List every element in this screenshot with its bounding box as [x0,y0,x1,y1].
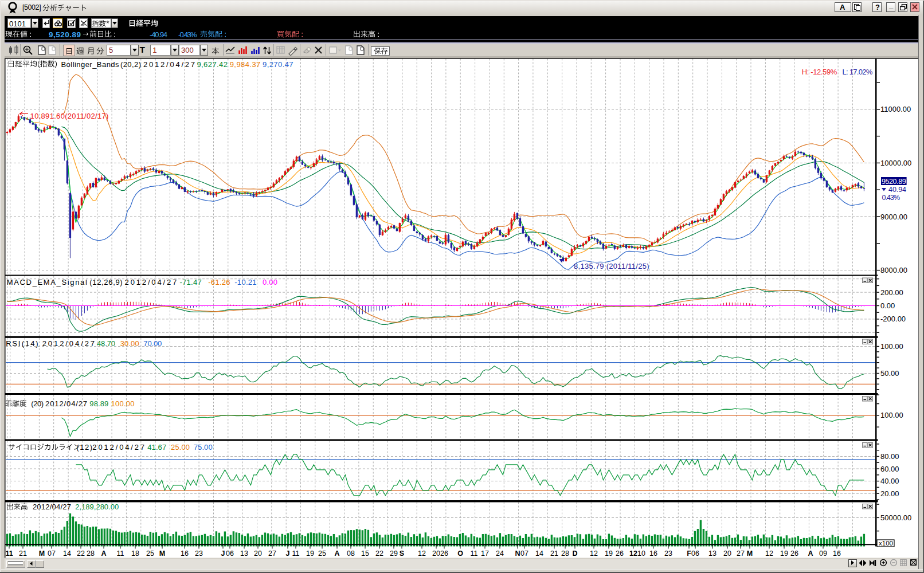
svg-text:48.70: 48.70 [97,339,115,348]
svg-text:12: 12 [629,550,637,558]
svg-text:11: 11 [292,550,300,558]
svg-text:8000.00: 8000.00 [880,266,907,274]
svg-text:14: 14 [63,550,71,558]
svg-text:26: 26 [440,550,448,558]
svg-text:98.89: 98.89 [89,399,108,408]
svg-text:20: 20 [723,550,731,558]
svg-text:06: 06 [226,550,234,558]
svg-text:23: 23 [664,550,672,558]
svg-text:28: 28 [87,550,95,558]
svg-text:26: 26 [790,550,798,558]
svg-text:41.67: 41.67 [147,443,166,452]
svg-text:10000.00: 10000.00 [880,159,911,167]
svg-text:MACD_EMA_Signal: MACD_EMA_Signal [7,278,87,286]
svg-text:2,189,280.00: 2,189,280.00 [75,503,119,511]
svg-text:M: M [39,550,45,558]
svg-text:25.00: 25.00 [171,443,190,452]
svg-text:N: N [515,550,520,558]
svg-text:50000.00: 50000.00 [880,513,911,522]
svg-text:100.00: 100.00 [880,411,903,419]
svg-text:18: 18 [131,550,139,558]
svg-text:100.00: 100.00 [880,342,903,351]
svg-text:(20): (20) [31,399,44,408]
svg-text:S: S [400,550,404,558]
svg-text:29: 29 [390,550,398,558]
svg-text:16: 16 [181,550,189,558]
svg-text:21: 21 [19,550,27,558]
svg-text:10,891.60(2011/02/17): 10,891.60(2011/02/17) [30,112,109,120]
svg-text:J: J [286,550,290,558]
svg-text:12: 12 [765,550,773,558]
svg-text:07: 07 [520,550,528,558]
svg-text:A: A [334,550,339,558]
svg-text:F: F [687,550,691,558]
svg-text:12: 12 [418,550,426,558]
svg-text:19: 19 [605,550,613,558]
svg-text:30.00: 30.00 [120,339,139,348]
svg-text:0.43%: 0.43% [882,194,900,202]
svg-text:H: -12.59%: H: -12.59% [802,68,837,76]
svg-text:75.00: 75.00 [194,443,213,452]
svg-text:23: 23 [195,550,203,558]
svg-text:x100: x100 [879,540,893,547]
svg-text:L: 17.02%: L: 17.02% [842,68,872,76]
svg-text:J: J [221,550,225,558]
svg-text:08: 08 [347,550,355,558]
svg-text:21: 21 [550,550,558,558]
svg-text:50.00: 50.00 [880,369,899,378]
svg-text:0.00: 0.00 [263,278,277,286]
svg-text:22: 22 [375,550,383,558]
svg-text:-71.47: -71.47 [179,278,201,286]
svg-text:9520.89: 9520.89 [882,178,906,186]
svg-text:80.00: 80.00 [880,452,899,461]
svg-text:0.00: 0.00 [880,301,895,310]
svg-text:60.00: 60.00 [880,465,899,473]
svg-text:13: 13 [708,550,717,558]
svg-text:9000.00: 9000.00 [880,213,907,221]
svg-text:9,270.47: 9,270.47 [263,60,293,69]
svg-text:27: 27 [737,550,745,558]
svg-text:A: A [808,550,813,558]
svg-text:2012/04/27: 2012/04/27 [33,503,71,511]
svg-text:-61.26: -61.26 [208,278,230,286]
svg-text:O: O [457,550,463,558]
svg-text:25: 25 [318,550,326,558]
svg-text:20: 20 [432,550,440,558]
svg-text:11: 11 [5,550,13,558]
svg-text:14: 14 [535,550,543,558]
svg-text:11000.00: 11000.00 [880,105,911,113]
svg-text:-200.00: -200.00 [880,315,906,323]
svg-text:13: 13 [240,550,248,558]
svg-text:19: 19 [780,550,788,558]
svg-text:9,984.37: 9,984.37 [230,60,261,69]
svg-text:09: 09 [819,550,827,558]
svg-text:26: 26 [616,550,624,558]
svg-text:M: M [159,550,165,558]
svg-text:15: 15 [361,550,369,558]
svg-text:100.00: 100.00 [111,399,134,408]
svg-text:22: 22 [77,550,85,558]
svg-text:25: 25 [146,550,154,558]
svg-text:07: 07 [48,550,56,558]
svg-text:2012/04/27: 2012/04/27 [45,399,87,408]
svg-text:20: 20 [254,550,262,558]
svg-text:10: 10 [637,550,645,558]
svg-text:19: 19 [306,550,314,558]
svg-text:M: M [747,550,753,558]
svg-text:16: 16 [833,550,841,558]
svg-text:40.00: 40.00 [880,477,899,485]
svg-text:28: 28 [561,550,569,558]
svg-text:9,627.42: 9,627.42 [197,60,228,69]
svg-text:16: 16 [649,550,657,558]
svg-text:11: 11 [471,550,478,558]
svg-text:8,135.79 (2011/11/25): 8,135.79 (2011/11/25) [574,262,649,270]
svg-text:11: 11 [117,550,124,558]
svg-text:24: 24 [496,550,504,558]
svg-text:RSI: RSI [6,339,20,348]
svg-text:(12,26,9): (12,26,9) [89,278,123,286]
svg-text:40.94: 40.94 [888,186,906,194]
svg-text:12: 12 [590,550,598,558]
svg-text:200.00: 200.00 [880,288,903,297]
svg-text:D: D [572,550,577,558]
svg-text:Bollinger_Bands: Bollinger_Bands [61,60,120,69]
